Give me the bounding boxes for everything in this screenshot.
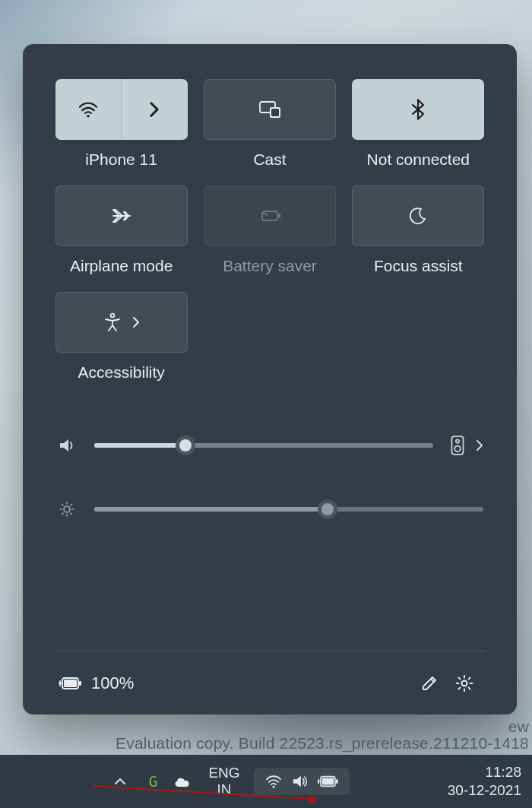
wifi-toggle[interactable]: [55, 79, 122, 140]
battery-saver-icon: [258, 208, 281, 223]
svg-rect-2: [271, 108, 280, 117]
battery-percent: 100%: [91, 673, 134, 693]
svg-rect-13: [64, 680, 77, 687]
svg-rect-17: [336, 779, 338, 783]
wifi-tile-wrap: iPhone 11: [55, 79, 188, 169]
accessibility-tile[interactable]: [55, 292, 188, 353]
watermark-line1: ew: [0, 718, 529, 735]
wifi-icon: [264, 775, 283, 788]
watermark-line2: Evaluation copy. Build 22523.rs_prerelea…: [0, 735, 529, 752]
accessibility-tile-wrap: Accessibility: [55, 292, 188, 382]
wifi-tile[interactable]: [55, 79, 188, 140]
cast-label: Cast: [253, 151, 286, 169]
battery-status[interactable]: 100%: [58, 673, 134, 693]
accessibility-label: Accessibility: [78, 363, 164, 382]
accessibility-icon: [103, 312, 122, 332]
grammarly-icon: G: [148, 772, 155, 791]
clock-time: 11:28: [448, 763, 521, 781]
bluetooth-label: Not connected: [367, 151, 470, 169]
moon-icon: [409, 207, 427, 225]
svg-point-10: [64, 506, 70, 512]
battery-saver-tile-wrap: Battery saver: [203, 185, 336, 275]
airplane-tile-wrap: Airplane mode: [55, 185, 188, 275]
svg-rect-12: [79, 681, 81, 686]
wifi-icon: [78, 101, 99, 118]
tiles-grid: iPhone 11 Cast: [55, 79, 485, 382]
svg-rect-18: [322, 778, 334, 784]
evaluation-watermark: ew Evaluation copy. Build 22523.rs_prere…: [0, 718, 532, 752]
brightness-icon[interactable]: [56, 500, 78, 518]
bluetooth-icon: [411, 99, 425, 120]
wifi-expand[interactable]: [122, 79, 188, 140]
svg-point-15: [273, 786, 275, 788]
audio-output-icon[interactable]: [450, 435, 465, 456]
bluetooth-tile[interactable]: [352, 79, 484, 140]
volume-icon: [290, 774, 309, 789]
settings-button[interactable]: [447, 666, 482, 701]
cloud-icon: [173, 775, 192, 788]
edit-quick-settings-button[interactable]: [412, 666, 447, 701]
svg-point-14: [462, 680, 467, 686]
svg-point-6: [110, 314, 114, 318]
focus-tile[interactable]: [352, 185, 484, 246]
chevron-right-icon: [149, 101, 160, 118]
brightness-slider[interactable]: [94, 507, 483, 512]
clock-date: 30-12-2021: [448, 781, 521, 800]
bluetooth-tile-wrap: Not connected: [352, 79, 485, 169]
airplane-label: Airplane mode: [70, 257, 173, 275]
panel-bottom-bar: 100%: [55, 651, 485, 715]
quick-settings-panel: iPhone 11 Cast: [23, 44, 517, 715]
tray-overflow-button[interactable]: [114, 777, 137, 786]
airplane-tile[interactable]: [55, 185, 188, 246]
system-tray[interactable]: [254, 768, 350, 795]
svg-rect-5: [278, 214, 280, 218]
volume-slider[interactable]: [94, 443, 433, 448]
battery-saver-tile[interactable]: [204, 185, 336, 246]
chevron-right-icon: [132, 316, 140, 328]
lang-top: ENG: [198, 765, 251, 781]
battery-charging-icon: [58, 675, 82, 692]
airplane-icon: [111, 206, 132, 226]
sliders: [55, 435, 485, 518]
battery-saver-label: Battery saver: [223, 257, 317, 275]
tray-app-icon[interactable]: G: [137, 766, 167, 797]
chevron-right-icon[interactable]: [476, 439, 483, 452]
volume-icon[interactable]: [56, 437, 78, 454]
focus-tile-wrap: Focus assist: [352, 185, 485, 275]
cast-tile[interactable]: [204, 79, 336, 140]
svg-point-0: [87, 115, 90, 118]
battery-charging-icon: [316, 774, 339, 789]
taskbar: G ENG IN 11:28 30-12-2021: [0, 755, 532, 808]
brightness-row: [56, 500, 483, 518]
taskbar-clock[interactable]: 11:28 30-12-2021: [448, 763, 532, 800]
volume-row: [56, 435, 483, 456]
focus-label: Focus assist: [374, 257, 463, 275]
wifi-label: iPhone 11: [85, 151, 157, 169]
cast-icon: [258, 100, 281, 119]
cast-tile-wrap: Cast: [203, 79, 336, 169]
svg-point-8: [456, 439, 459, 442]
svg-point-9: [454, 446, 461, 452]
